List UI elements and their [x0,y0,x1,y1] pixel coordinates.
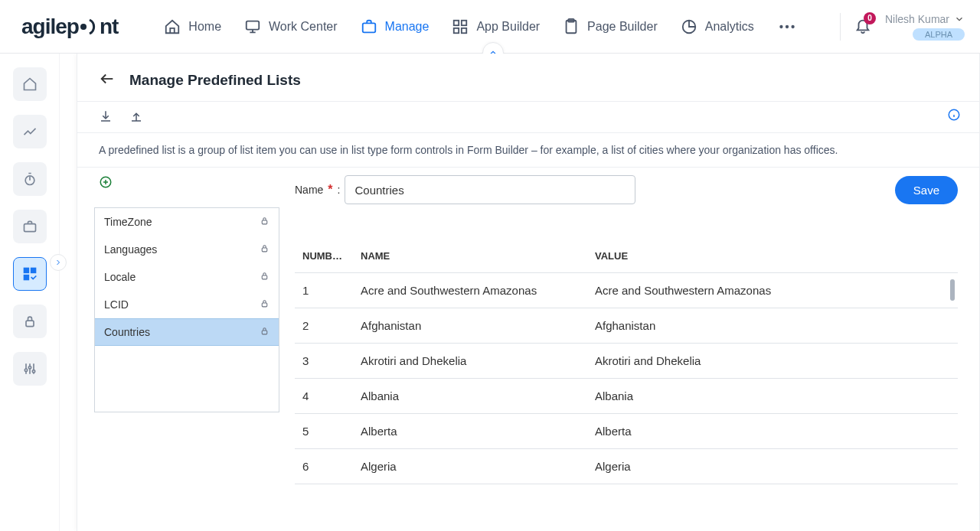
svg-rect-2 [454,20,459,24]
sidebar-item-work[interactable] [13,210,47,243]
cell-number: 1 [302,284,361,297]
page-icon [563,18,580,35]
svg-rect-28 [262,220,267,224]
lock-icon [260,271,270,283]
sidebar-item-lists[interactable] [13,257,47,291]
svg-rect-3 [462,20,466,24]
lock-icon [260,243,270,256]
svg-point-19 [28,366,31,369]
sidebar-item-reports[interactable] [13,115,47,148]
monitor-icon [244,18,261,35]
sidebar-item-security[interactable] [13,305,47,338]
lock-icon [260,298,270,311]
back-button[interactable] [99,70,116,90]
upload-icon[interactable] [129,109,143,123]
nav-page-builder-label: Page Builder [587,20,658,34]
download-icon[interactable] [99,109,113,123]
nav-analytics-label: Analytics [705,20,754,34]
predefined-lists-panel: TimeZoneLanguagesLocaleLCIDCountries [94,207,279,412]
name-input[interactable] [345,175,635,204]
list-item[interactable]: Locale [95,263,279,291]
list-item[interactable]: Countries [95,318,279,346]
nav-app-builder[interactable]: App Builder [452,15,540,38]
table-row[interactable]: 2AfghanistanAfghanistan [295,308,958,344]
user-menu[interactable]: Nilesh Kumar ALPHA [885,13,965,41]
data-grid: NUMB… NAME VALUE 1Acre and Southwestern … [295,239,958,484]
toolbar-actions [99,109,143,123]
table-row[interactable]: 4AlbaniaAlbania [295,379,958,414]
home-icon [164,18,181,35]
cell-number: 3 [302,354,361,367]
svg-rect-15 [31,269,35,273]
cell-value: Alberta [595,425,950,438]
cell-number: 6 [302,460,361,473]
cell-number: 2 [302,319,361,332]
nav-analytics[interactable]: Analytics [681,15,754,38]
sidebar-item-timer[interactable] [13,162,47,196]
nav-more[interactable] [777,14,797,40]
name-label-colon: : [338,184,341,196]
sidebar-item-home[interactable] [13,67,47,101]
briefcase-icon [361,18,377,35]
grid-header: NUMB… NAME VALUE [295,239,958,273]
nav-manage[interactable]: Manage [361,15,430,38]
svg-point-18 [24,369,27,371]
sliders-icon [22,361,38,376]
list-item[interactable]: Languages [95,236,279,263]
nav-work-center-label: Work Center [269,20,338,34]
nav-page-builder[interactable]: Page Builder [563,15,658,38]
lock-icon [22,314,38,329]
form-column: Name*: Save NUMB… NAME VALUE 1Acre and S… [279,168,979,497]
grid-scrollbar[interactable] [950,279,955,301]
grid-icon [22,266,38,282]
expand-sidebar-button[interactable] [50,254,67,271]
info-icon [947,108,961,122]
svg-rect-4 [454,28,459,32]
more-horizontal-icon [777,17,797,37]
list-item[interactable]: TimeZone [95,208,279,236]
cell-name: Afghanistan [361,319,595,332]
divider [840,13,841,41]
notifications-button[interactable]: 0 [854,17,871,37]
page-title: Manage Predefined Lists [129,72,301,89]
pie-chart-icon [681,18,697,35]
home-icon [22,77,38,92]
cell-name: Albania [361,389,595,402]
notification-count-badge: 0 [864,12,876,24]
nav-work-center[interactable]: Work Center [244,15,338,38]
form-top-row: Name*: Save [295,175,958,204]
table-row[interactable]: 5AlbertaAlberta [295,414,958,449]
lock-icon [260,216,270,228]
svg-rect-32 [262,331,267,334]
table-row[interactable]: 1Acre and Southwestern AmazonasAcre and … [295,273,958,308]
list-column: TimeZoneLanguagesLocaleLCIDCountries [94,168,279,497]
name-label: Name [295,184,323,196]
col-header-name[interactable]: NAME [361,250,595,262]
svg-rect-13 [24,224,35,232]
svg-point-9 [779,24,782,28]
svg-point-10 [786,24,789,28]
list-item[interactable]: LCID [95,291,279,318]
save-button[interactable]: Save [895,176,958,204]
topbar-right: 0 Nilesh Kumar ALPHA [840,13,965,41]
left-sidebar [0,54,60,531]
cell-value: Acre and Southwestern Amazonas [595,284,950,297]
help-button[interactable] [947,108,961,125]
col-header-number[interactable]: NUMB… [302,250,361,262]
cell-value: Afghanistan [595,319,950,332]
svg-point-20 [32,370,34,373]
nav-manage-label: Manage [385,20,430,34]
list-item-label: Countries [104,326,150,338]
list-item-label: LCID [104,298,129,311]
col-header-value[interactable]: VALUE [595,250,950,262]
table-row[interactable]: 6AlgeriaAlgeria [295,449,958,484]
cell-name: Alberta [361,425,595,438]
nav-home[interactable]: Home [164,15,221,38]
top-navigation-bar: agilep nt Home Work Center Manage App Bu… [0,0,980,54]
svg-rect-31 [262,303,267,307]
logo-dot [80,24,87,30]
toolbar [77,101,979,133]
table-row[interactable]: 3Akrotiri and DhekeliaAkrotiri and Dheke… [295,344,958,379]
add-list-button[interactable] [99,178,113,191]
sidebar-item-settings[interactable] [13,352,47,386]
